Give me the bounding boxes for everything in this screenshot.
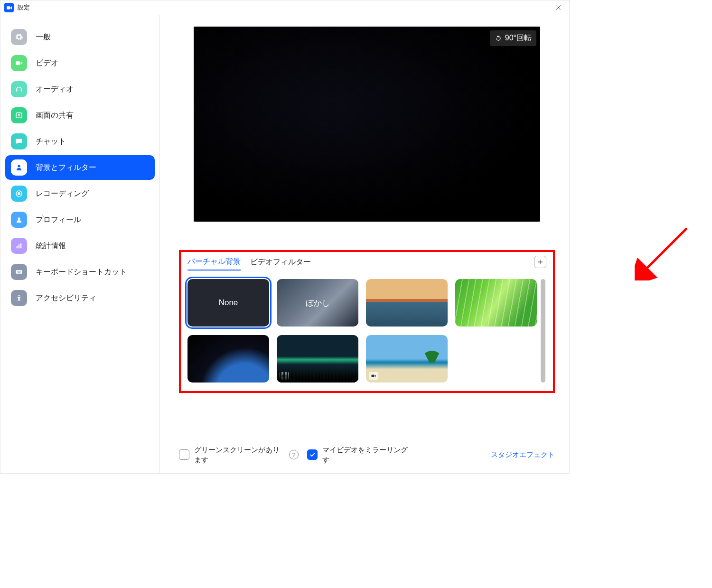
rotate-90-button[interactable]: 90°回転 bbox=[490, 30, 536, 46]
svg-rect-18 bbox=[282, 375, 285, 377]
sidebar-item-bg[interactable]: 背景とフィルター bbox=[5, 155, 155, 180]
sidebar-item-label: オーディオ bbox=[36, 84, 74, 94]
bg-thumbs-grid: Noneぼかし bbox=[187, 279, 537, 383]
studio-effects-link[interactable]: スタジオエフェクト bbox=[491, 450, 555, 459]
svg-rect-15 bbox=[18, 272, 20, 273]
mirror-checkbox[interactable] bbox=[307, 449, 318, 460]
sidebar-item-label: プロフィール bbox=[36, 215, 81, 225]
annotation-arrow bbox=[635, 224, 692, 280]
svg-rect-1 bbox=[16, 61, 20, 65]
sidebar-item-profile[interactable]: プロフィール bbox=[5, 207, 155, 232]
upload-icon bbox=[11, 107, 27, 123]
video-icon bbox=[369, 372, 378, 380]
video-icon bbox=[280, 372, 289, 380]
sidebar-item-label: ビデオ bbox=[36, 58, 58, 68]
video-preview: 90°回転 bbox=[194, 27, 540, 222]
svg-rect-19 bbox=[372, 375, 375, 377]
svg-rect-10 bbox=[16, 270, 22, 274]
add-background-button[interactable] bbox=[534, 256, 546, 268]
sidebar-item-video[interactable]: ビデオ bbox=[5, 51, 155, 75]
sidebar-item-label: 画面の共有 bbox=[36, 111, 74, 121]
sidebar: 一般ビデオオーディオ画面の共有チャット背景とフィルターレコーディングプロフィール… bbox=[0, 15, 160, 473]
svg-rect-9 bbox=[20, 243, 21, 249]
bg-thumb-grass[interactable] bbox=[455, 279, 537, 327]
svg-point-5 bbox=[18, 192, 20, 195]
sidebar-item-general[interactable]: 一般 bbox=[5, 25, 155, 49]
greenscreen-checkbox[interactable] bbox=[179, 449, 189, 460]
mirror-option: マイビデオをミラーリングす bbox=[307, 445, 412, 465]
mirror-label: マイビデオをミラーリングす bbox=[322, 445, 412, 465]
main-panel: 90°回転 バーチャル背景 ビデオフィルター Non bbox=[160, 15, 569, 473]
svg-point-11 bbox=[17, 271, 18, 272]
sidebar-item-share[interactable]: 画面の共有 bbox=[5, 103, 155, 128]
settings-window: 設定 一般ビデオオーディオ画面の共有チャット背景とフィルターレコーディングプロフ… bbox=[0, 0, 570, 474]
close-button[interactable] bbox=[547, 0, 569, 15]
bg-thumb-aurora[interactable] bbox=[277, 335, 358, 383]
svg-rect-8 bbox=[19, 244, 19, 248]
sidebar-item-a11y[interactable]: アクセシビリティ bbox=[5, 286, 155, 310]
sidebar-item-label: アクセシビリティ bbox=[36, 293, 96, 303]
greenscreen-help-icon[interactable]: ? bbox=[289, 450, 299, 459]
virtual-background-panel: バーチャル背景 ビデオフィルター Noneぼかし bbox=[179, 250, 555, 393]
bg-tabs: バーチャル背景 ビデオフィルター bbox=[187, 257, 546, 271]
svg-rect-7 bbox=[17, 246, 18, 248]
sidebar-item-audio[interactable]: オーディオ bbox=[5, 77, 155, 102]
svg-point-13 bbox=[19, 271, 20, 272]
headset-icon bbox=[11, 81, 27, 97]
svg-point-12 bbox=[18, 271, 19, 272]
sidebar-item-label: キーボードショートカット bbox=[36, 267, 127, 277]
sidebar-item-label: チャット bbox=[36, 137, 66, 147]
bg-scrollbar[interactable] bbox=[540, 279, 546, 383]
rotate-label: 90°回転 bbox=[505, 33, 532, 43]
record-icon bbox=[11, 186, 27, 202]
sidebar-item-label: 一般 bbox=[36, 32, 51, 42]
content: 一般ビデオオーディオ画面の共有チャット背景とフィルターレコーディングプロフィール… bbox=[0, 15, 569, 473]
bg-thumbs-wrap: Noneぼかし bbox=[187, 279, 546, 383]
keyboard-icon bbox=[11, 264, 27, 280]
svg-point-6 bbox=[18, 217, 20, 220]
person-icon bbox=[11, 159, 27, 176]
svg-point-16 bbox=[19, 295, 20, 296]
video-icon bbox=[11, 55, 27, 71]
tab-virtual-background[interactable]: バーチャル背景 bbox=[187, 257, 241, 271]
gear-icon bbox=[11, 29, 27, 45]
bg-thumb-beach[interactable] bbox=[366, 335, 448, 383]
check-icon bbox=[309, 451, 316, 458]
zoom-app-icon bbox=[4, 3, 14, 12]
sidebar-item-stats[interactable]: 統計情報 bbox=[5, 233, 155, 258]
plus-icon bbox=[536, 258, 544, 266]
bg-thumb-blur[interactable]: ぼかし bbox=[277, 279, 358, 327]
svg-point-14 bbox=[20, 271, 21, 272]
sidebar-item-recording[interactable]: レコーディング bbox=[5, 181, 155, 206]
rotate-icon bbox=[495, 35, 502, 42]
chat-icon bbox=[11, 133, 27, 149]
sidebar-item-label: 統計情報 bbox=[36, 241, 66, 251]
greenscreen-label: グリーンスクリーンがあります bbox=[194, 445, 284, 465]
greenscreen-option: グリーンスクリーンがあります ? bbox=[179, 445, 299, 465]
stats-icon bbox=[11, 238, 27, 254]
bg-thumb-label: ぼかし bbox=[306, 298, 330, 308]
bg-thumb-label: None bbox=[219, 298, 238, 308]
svg-rect-0 bbox=[7, 6, 10, 9]
sidebar-item-label: レコーディング bbox=[36, 189, 89, 199]
titlebar: 設定 bbox=[0, 0, 569, 15]
a11y-icon bbox=[11, 290, 27, 306]
avatar-icon bbox=[11, 212, 27, 228]
svg-line-17 bbox=[644, 228, 687, 271]
sidebar-item-chat[interactable]: チャット bbox=[5, 129, 155, 154]
sidebar-item-keyboard[interactable]: キーボードショートカット bbox=[5, 260, 155, 284]
bg-thumb-earth[interactable] bbox=[187, 335, 269, 383]
bg-options-row: グリーンスクリーンがあります ? マイビデオをミラーリングす スタジオエフェクト bbox=[179, 445, 555, 465]
bg-thumb-none[interactable]: None bbox=[187, 279, 269, 327]
bg-thumb-bridge[interactable] bbox=[366, 279, 448, 327]
bg-scrollbar-thumb[interactable] bbox=[541, 279, 545, 383]
tab-video-filter[interactable]: ビデオフィルター bbox=[250, 257, 311, 270]
svg-point-3 bbox=[18, 165, 20, 167]
window-title: 設定 bbox=[18, 3, 30, 12]
sidebar-item-label: 背景とフィルター bbox=[36, 163, 96, 173]
